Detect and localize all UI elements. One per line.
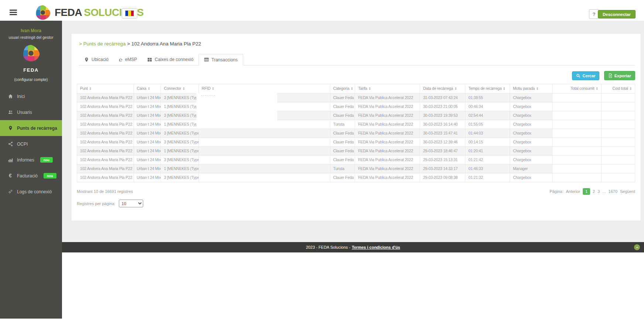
column-header-categoria[interactable]: Categoria⇕ — [330, 84, 355, 94]
breadcrumb-current: 102 Andorra Ana Maria Pla P22 — [131, 41, 201, 47]
cell-punt: 102 Andorra Ana Maria Pla P22 — [77, 111, 134, 120]
sidebar-item-label: Punts de recàrrega — [17, 126, 57, 131]
tab-caixes-de-connexio[interactable]: Caixes de connexió — [142, 54, 199, 65]
rfid-redaction-overlay: -------- — [196, 93, 277, 129]
cell-connector: 3 [MENNEKES (Type 2)] — [161, 138, 199, 147]
cell-total-consumit — [552, 129, 601, 138]
cell-cost-total — [601, 94, 635, 102]
sidebar-item-punts-de-recarrega[interactable]: Punts de recàrrega — [0, 120, 62, 136]
cell-total-consumit — [552, 120, 601, 129]
sidebar-item-usuaris[interactable]: Usuaris — [0, 104, 62, 120]
pagination-next[interactable]: Següent — [620, 189, 635, 194]
footer-copyright: 2023 - FEDA Solucions - — [306, 245, 350, 249]
cell-cost-total — [601, 156, 635, 164]
cell-caixa: Urban t 24 Mix — [134, 111, 161, 120]
per-page-label: Registres per pàgina: — [77, 201, 116, 206]
cell-rfid — [199, 164, 330, 173]
sidebar-item-informes[interactable]: Informesnou — [0, 152, 62, 168]
table-icon — [204, 57, 209, 62]
home-icon — [7, 94, 13, 99]
cell-tarifa: FEDA Via Publica Accelerat 2022 — [355, 156, 420, 164]
column-label: Total consumit — [571, 86, 594, 91]
table-row: 102 Andorra Ana Maria Pla P22Urban t 24 … — [77, 102, 635, 111]
sort-arrows-icon: ⇕ — [351, 87, 353, 91]
column-label: Data de recàrrega — [423, 86, 453, 91]
cell-data-de-recarrega: 29-03-2023 09:08:38 — [420, 173, 465, 182]
cell-temps-de-recarrega: 01:38:55 — [465, 94, 510, 102]
grid-icon — [147, 57, 152, 62]
transactions-table: Punt⇕Caixa⇕Connector⇕RFID⇕Categoria⇕Tari… — [77, 84, 635, 182]
pagination-prev[interactable]: Anterior — [566, 189, 580, 194]
pagination-page-1[interactable]: 1 — [583, 188, 590, 195]
help-button[interactable]: ? — [589, 9, 599, 19]
sidebar-item-label: Logs de connexió — [17, 189, 52, 194]
redacted-rfid-value: -------- — [196, 93, 277, 97]
column-header-total-consumit[interactable]: Total consumit⇕ — [552, 84, 601, 94]
column-header-caixa[interactable]: Caixa⇕ — [134, 84, 161, 94]
cell-punt: 102 Andorra Ana Maria Pla P22 — [77, 147, 134, 156]
language-flag-button[interactable] — [122, 8, 137, 18]
pagination-page-3[interactable]: 3 — [597, 189, 600, 194]
logout-button[interactable]: Desconnectar — [598, 10, 636, 18]
hamburger-icon[interactable] — [10, 10, 17, 16]
column-label: Temps de recàrrega — [468, 86, 502, 91]
sidebar-item-inici[interactable]: Inici — [0, 88, 62, 104]
breadcrumb-section-link[interactable]: Punts de recàrrega — [83, 41, 126, 47]
export-button[interactable]: Exportar — [604, 71, 635, 80]
cell-categoria: Clauer Feda — [330, 173, 355, 182]
column-label: Cost total — [612, 86, 628, 91]
sort-arrows-icon: ⇕ — [368, 87, 371, 91]
cell-punt: 102 Andorra Ana Maria Pla P22 — [77, 94, 134, 102]
sidebar-nav: IniciUsuarisPunts de recàrregaOCPIInform… — [0, 88, 62, 200]
sidebar-item-facturacio[interactable]: €Facturaciónou — [0, 168, 62, 184]
records-per-page-select[interactable]: 10 — [119, 200, 143, 207]
column-header-tarifa[interactable]: Tarifa⇕ — [355, 84, 420, 94]
share-icon — [7, 142, 13, 146]
tab-emsp[interactable]: ℮eMSP — [114, 54, 142, 65]
pagination-page-2[interactable]: 2 — [593, 189, 595, 194]
sort-arrows-icon: ⇕ — [595, 87, 598, 91]
cell-connector: 1 [MENNEKES (Type 2)] — [161, 102, 199, 111]
tab-ubicacio[interactable]: Ubicació — [79, 54, 114, 65]
content-card: > Punts de recàrrega > 102 Andorra Ana M… — [71, 33, 641, 221]
search-button[interactable]: Cercar — [572, 71, 599, 80]
cell-motiu-parada: Chargebox — [510, 94, 552, 102]
user-name: Ivan Mora — [0, 28, 62, 33]
list-footer: Mostrant 10 de 16691 registres Pàgina:An… — [77, 188, 635, 195]
cell-total-consumit — [552, 102, 601, 111]
configure-account-link[interactable]: (configurar compte) — [0, 77, 62, 82]
table-row: 102 Andorra Ana Maria Pla P22Urban t 24 … — [77, 120, 635, 129]
column-header-motiu-parada[interactable]: Motiu parada⇕ — [510, 84, 552, 94]
cell-punt: 102 Andorra Ana Maria Pla P22 — [77, 129, 134, 138]
terms-link[interactable]: Termes i condicions d'ús — [352, 245, 400, 249]
cell-cost-total — [601, 164, 635, 173]
sort-arrows-icon: ⇕ — [503, 87, 505, 91]
scroll-to-top-button[interactable] — [634, 244, 640, 250]
cell-tarifa: FEDA Via Publica Accelerat 2022 — [355, 94, 420, 102]
cell-caixa: Urban t 24 Mix — [134, 156, 161, 164]
pagination-page-1670[interactable]: 1670 — [609, 189, 617, 194]
cell-connector: 3 [MENNEKES (Type 2)] — [161, 94, 199, 102]
sort-arrows-icon: ⇕ — [454, 87, 457, 91]
cell-tarifa: FEDA Via Publica Accelerat 2022 — [355, 173, 420, 182]
cell-connector: 3 [MENNEKES (Type 2)] — [161, 111, 199, 120]
sidebar-item-label: Informes — [17, 157, 34, 163]
column-header-temps-de-recarrega[interactable]: Temps de recàrrega⇕ — [465, 84, 510, 94]
column-header-rfid[interactable]: RFID⇕ — [199, 84, 330, 94]
cell-total-consumit — [552, 164, 601, 173]
column-header-connector[interactable]: Connector⇕ — [161, 84, 199, 94]
cell-caixa: Urban t 24 Mix — [134, 120, 161, 129]
cell-categoria: Clauer Feda — [330, 147, 355, 156]
column-header-data-de-recarrega[interactable]: Data de recàrrega⇕ — [420, 84, 465, 94]
tab-transaccions[interactable]: Transaccions — [199, 54, 243, 65]
cell-cost-total — [601, 111, 635, 120]
cell-punt: 102 Andorra Ana Maria Pla P22 — [77, 164, 134, 173]
sidebar-item-logs-de-connexio[interactable]: Logs de connexió — [0, 184, 62, 200]
column-header-punt[interactable]: Punt⇕ — [77, 84, 134, 94]
sidebar-item-ocpi[interactable]: OCPI — [0, 136, 62, 152]
column-header-cost-total[interactable]: Cost total⇕ — [601, 84, 635, 94]
sidebar: Ivan Mora usuari restringit del gestor — [0, 21, 62, 319]
table-row: 102 Andorra Ana Maria Pla P22Urban t 24 … — [77, 129, 635, 138]
pagination-page-...[interactable]: ... — [602, 189, 606, 194]
cell-connector: 3 [MENNEKES (Type 2)] — [161, 129, 199, 138]
